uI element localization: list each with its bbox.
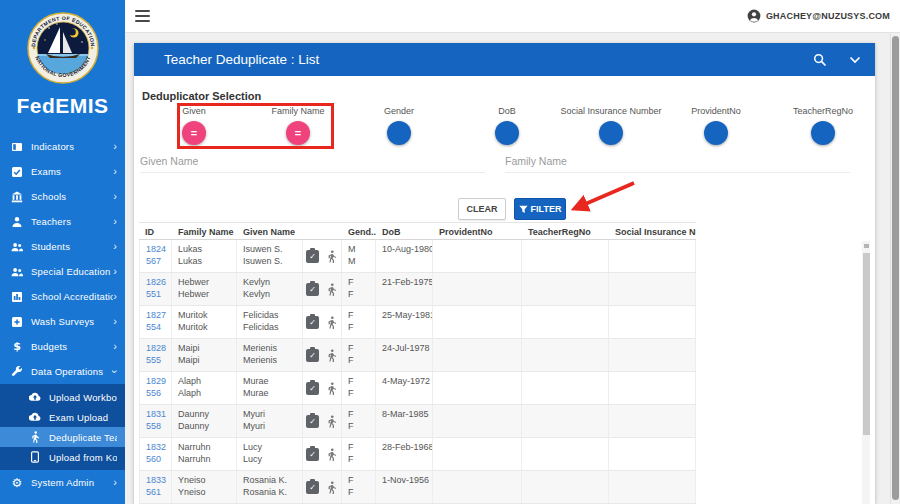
sidebar-item-label: Students [31,241,113,252]
table-scrollbar[interactable] [862,241,870,504]
walk-icon[interactable] [325,481,338,494]
sidebar-item-label: Deduplicate Teachers [49,432,117,443]
walk-icon[interactable] [325,448,338,461]
collapse-chevron-icon[interactable] [849,56,861,64]
id-link[interactable]: 1833 [146,475,171,487]
cell-teacherregno [522,405,609,437]
cell-gender: FF [342,339,376,371]
walk-icon[interactable] [325,349,338,362]
cell-dob: 8-Mar-1985 [376,405,433,437]
column-header-id[interactable]: ID [139,223,172,239]
clear-button[interactable]: CLEAR [458,198,506,220]
id-link[interactable]: 561 [146,487,171,499]
chevron-right-icon: › [113,141,117,152]
sidebar-item-schools[interactable]: Schools› [0,184,125,209]
given-name-input[interactable] [140,150,485,173]
id-link[interactable]: 556 [146,388,171,400]
resolve-duplicate-button[interactable]: ✓ [306,481,319,494]
walk-icon[interactable] [325,283,338,296]
cell-actions: ✓ [303,438,342,470]
id-link[interactable]: 1831 [146,409,171,421]
resolve-duplicate-button[interactable]: ✓ [306,448,319,461]
search-icon[interactable] [813,53,827,67]
id-link[interactable]: 1832 [146,442,171,454]
toggle-given-switch[interactable]: = [182,121,206,145]
walk-icon[interactable] [325,382,338,395]
table-scrollbar-thumb[interactable] [863,253,870,435]
column-header-dob[interactable]: DoB [376,223,433,239]
table-row[interactable]: 1833561YneisoYneisoRosania K.Rosania K.✓… [139,471,696,504]
table-row[interactable]: 1826551HebwerHebwerKevlynKevlyn✓FF21-Feb… [139,273,696,306]
filter-button[interactable]: FILTER [514,198,566,220]
sidebar-item-special-education[interactable]: Special Education› [0,259,125,284]
sidebar-item-upload-workbook[interactable]: Upload Workbook [0,387,125,407]
id-link[interactable]: 1828 [146,343,171,355]
hamburger-menu-button[interactable] [135,10,150,22]
column-header-teacherregno[interactable]: TeacherRegNo [522,223,609,239]
sidebar-item-exam-upload[interactable]: Exam Upload [0,407,125,427]
id-link[interactable]: 1826 [146,277,171,289]
table-row[interactable]: 1829556AlaphAlaphMuraeMurae✓FF4-May-1972 [139,372,696,405]
column-header-social-insurance-num[interactable]: Social Insurance Num... [609,223,696,239]
column-header-providentno[interactable]: ProvidentNo [433,223,522,239]
cell-providentno [433,471,522,503]
sidebar-item-deduplicate-teachers[interactable]: Deduplicate Teachers [0,427,125,447]
cell-social-insurance [609,438,696,470]
toggle-family-name-switch[interactable]: = [286,121,310,145]
cell-gender: MM [342,240,376,272]
id-link[interactable]: 554 [146,322,171,334]
sidebar-item-budgets[interactable]: $Budgets› [0,334,125,359]
family-name-input[interactable] [505,150,850,173]
walk-icon[interactable] [325,415,338,428]
user-account-button[interactable]: GHACHEY@NUZUSYS.COM [747,9,890,23]
page-scrollbar[interactable] [890,33,900,504]
resolve-duplicate-button[interactable]: ✓ [306,250,319,263]
toggle-dob-switch[interactable] [495,121,519,145]
walk-icon[interactable] [325,316,338,329]
resolve-duplicate-button[interactable]: ✓ [306,415,319,428]
table-row[interactable]: 1832560NarruhnNarruhnLucyLucy✓FF28-Feb-1… [139,438,696,471]
id-link[interactable]: 567 [146,256,171,268]
sidebar-item-label: Wash Surveys [31,316,113,327]
chevron-right-icon: › [113,216,117,227]
sidebar-item-students[interactable]: Students› [0,234,125,259]
cell-social-insurance [609,405,696,437]
id-link[interactable]: 555 [146,355,171,367]
table-row[interactable]: 1827554MuritokMuritokFelicidasFelicidas✓… [139,306,696,339]
sidebar-item-data-operations[interactable]: Data Operations› [0,359,125,384]
cell-dob: 28-Feb-1968 [376,438,433,470]
id-link[interactable]: 1827 [146,310,171,322]
column-header-actions[interactable] [303,223,342,239]
id-link[interactable]: 551 [146,289,171,301]
sidebar-item-indicators[interactable]: Indicators› [0,134,125,159]
resolve-duplicate-button[interactable]: ✓ [306,382,319,395]
resolve-duplicate-button[interactable]: ✓ [306,349,319,362]
sidebar: DEPARTMENT OF EDUCATION NATIONAL GOVERNM… [0,0,125,504]
column-header-family-name[interactable]: Family Name [172,223,237,239]
table-row[interactable]: 1831558DaunnyDaunnyMyuriMyuri✓FF8-Mar-19… [139,405,696,438]
page-scrollbar-thumb[interactable] [892,36,899,500]
cell-id: 1828555 [139,339,172,371]
id-link[interactable]: 560 [146,454,171,466]
resolve-duplicate-button[interactable]: ✓ [306,283,319,296]
walk-icon[interactable] [325,250,338,263]
sidebar-item-exams[interactable]: Exams› [0,159,125,184]
toggle-gender-switch[interactable] [387,121,411,145]
id-link[interactable]: 1829 [146,376,171,388]
column-header-given-name[interactable]: Given Name [237,223,303,239]
sidebar-item-teachers[interactable]: Teachers› [0,209,125,234]
cell-teacherregno [522,438,609,470]
sidebar-item-wash-surveys[interactable]: Wash Surveys› [0,309,125,334]
table-row[interactable]: 1828555MaipiMaipiMerienisMerienis✓FF24-J… [139,339,696,372]
toggle-social-insurance-number-switch[interactable] [599,121,623,145]
sidebar-item-school-accreditations[interactable]: School Accreditations› [0,284,125,309]
id-link[interactable]: 1824 [146,244,171,256]
table-row[interactable]: 1824567LukasLukasIsuwen S.Isuwen S.✓MM10… [139,240,696,273]
sidebar-item-system-admin[interactable]: ⚙System Admin› [0,470,125,495]
sidebar-item-upload-from-kobo[interactable]: Upload from Kobo [0,447,125,467]
id-link[interactable]: 558 [146,421,171,433]
toggle-providentno-switch[interactable] [704,121,728,145]
column-header-gend[interactable]: Gend... [342,223,376,239]
toggle-teacherregno-switch[interactable] [811,121,835,145]
resolve-duplicate-button[interactable]: ✓ [306,316,319,329]
